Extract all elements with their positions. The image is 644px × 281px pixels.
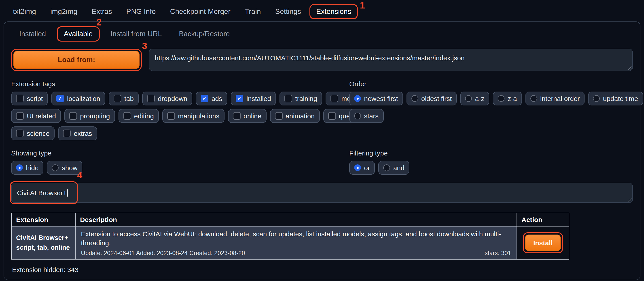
tag-label: online	[244, 112, 262, 120]
order-section: Order newest first oldest first a-z z-a …	[349, 77, 644, 140]
radio-option-z-a[interactable]: z-a	[493, 92, 522, 105]
description-cell: Extension to access CivitAI via WebUI: d…	[75, 226, 517, 259]
load-from-button[interactable]: Load from:	[14, 51, 140, 69]
extension-tag-checkbox-animation[interactable]: animation	[270, 109, 320, 123]
checkbox-icon	[16, 95, 24, 102]
extension-tag-checkbox-installed[interactable]: installed	[231, 92, 276, 105]
radio-label: or	[364, 164, 370, 172]
extension-tags-row-2: UI related prompting editing manipulatio…	[11, 109, 360, 123]
table-header-row: Extension Description Action	[12, 213, 569, 226]
extension-tag-checkbox-dropdown[interactable]: dropdown	[142, 92, 192, 105]
subtab-installed[interactable]: Installed	[13, 26, 52, 41]
extension-tag-checkbox-editing[interactable]: editing	[118, 109, 159, 123]
radio-option-or[interactable]: or	[349, 161, 375, 175]
annotation-number-1: 1	[360, 0, 365, 10]
tag-label: script	[27, 95, 43, 102]
table-header-description: Description	[75, 213, 517, 226]
extension-tag-checkbox-ui-related[interactable]: UI related	[11, 109, 61, 123]
annotation-box-install: Install	[523, 232, 563, 253]
checkbox-icon	[167, 112, 175, 120]
load-from-row: Load from: 3 https://raw.githubuserconte…	[11, 49, 633, 71]
subtab-available[interactable]: Available	[58, 27, 99, 41]
tab-extras[interactable]: Extras	[86, 4, 118, 19]
radio-icon	[530, 95, 537, 102]
filtering-type-label: Filtering type	[349, 149, 644, 157]
tab-img2img[interactable]: img2img	[44, 4, 83, 19]
extension-tag-checkbox-ads[interactable]: ads	[196, 92, 227, 105]
radio-option-oldest-first[interactable]: oldest first	[406, 92, 457, 105]
checkbox-icon	[147, 95, 155, 102]
subtab-backup-restore[interactable]: Backup/Restore	[173, 26, 236, 41]
tab-settings[interactable]: Settings	[269, 4, 307, 19]
tag-label: animation	[286, 112, 314, 120]
extension-tag-checkbox-prompting[interactable]: prompting	[64, 109, 115, 123]
tag-label: extras	[74, 130, 92, 137]
showing-type-section: Showing type hide show	[11, 147, 349, 175]
radio-label: stars	[364, 112, 378, 120]
tag-label: localization	[67, 95, 100, 102]
radio-icon	[354, 164, 361, 171]
checkbox-icon	[328, 112, 336, 120]
extension-tag-checkbox-tab[interactable]: tab	[109, 92, 139, 105]
radio-option-update-time[interactable]: update time	[588, 92, 643, 105]
checkbox-icon	[16, 112, 24, 120]
radio-label: oldest first	[421, 95, 452, 102]
showing-type-group: hide show	[11, 161, 349, 175]
radio-icon	[412, 95, 418, 102]
tag-label: prompting	[80, 112, 110, 120]
checkbox-icon	[124, 112, 131, 120]
checkbox-icon	[201, 95, 208, 102]
tag-label: installed	[246, 95, 271, 102]
resize-handle-icon[interactable]	[627, 65, 632, 70]
radio-option-show[interactable]: show	[47, 161, 82, 175]
checkbox-icon	[284, 95, 292, 102]
radio-option-hide[interactable]: hide	[11, 161, 44, 175]
tab-txt2img[interactable]: txt2img	[7, 4, 42, 19]
radio-icon	[498, 95, 504, 102]
extension-tag-list: script, tab, online	[16, 243, 71, 253]
extension-tag-checkbox-science[interactable]: science	[11, 126, 54, 140]
order-row-2: stars	[349, 109, 384, 123]
extension-tag-checkbox-manipulations[interactable]: manipulations	[162, 109, 224, 123]
annotation-box-3: Load from: 3	[11, 49, 142, 71]
extension-hidden-count: Extension hidden: 343	[12, 266, 632, 273]
radio-option-a-z[interactable]: a-z	[460, 92, 489, 105]
filtering-type-group: or and	[349, 161, 644, 175]
checkbox-icon	[63, 130, 71, 137]
extension-dates: Update: 2024-06-01 Added: 2023-08-24 Cre…	[81, 250, 245, 256]
tab-png-info[interactable]: PNG Info	[120, 4, 162, 19]
extension-search-input[interactable]: 4 CivitAI Browser+	[11, 183, 633, 203]
resize-handle-icon[interactable]	[627, 197, 632, 202]
radio-option-newest-first[interactable]: newest first	[349, 92, 403, 105]
order-label: Order	[349, 80, 644, 88]
radio-option-stars[interactable]: stars	[349, 109, 384, 123]
radio-label: hide	[26, 164, 39, 172]
tag-label: training	[295, 95, 317, 102]
radio-label: z-a	[508, 95, 517, 102]
extensions-index-url-input[interactable]: https://raw.githubusercontent.com/AUTOMA…	[149, 49, 633, 71]
extension-cell: CivitAI Browser+ script, tab, online	[12, 226, 75, 259]
radio-label: show	[62, 164, 78, 172]
extension-tag-checkbox-online[interactable]: online	[228, 109, 266, 123]
subtab-install-from-url[interactable]: Install from URL	[104, 26, 168, 41]
extension-stars: stars: 301	[484, 250, 511, 256]
extensions-subtabs: Installed Available 2 Install from URL B…	[11, 25, 633, 46]
extension-tags-group: script localization tab dropdown ads ins…	[11, 92, 349, 140]
tag-label: dropdown	[158, 95, 188, 102]
radio-icon	[52, 164, 59, 171]
tag-label: editing	[134, 112, 154, 120]
extension-tag-checkbox-script[interactable]: script	[11, 92, 48, 105]
extension-tag-checkbox-training[interactable]: training	[280, 92, 322, 105]
tag-label: ads	[212, 95, 222, 102]
radio-option-and[interactable]: and	[378, 161, 410, 175]
tab-extensions[interactable]: Extensions	[310, 5, 357, 18]
checkbox-icon	[114, 95, 121, 102]
tab-train[interactable]: Train	[239, 4, 267, 19]
checkbox-icon	[69, 112, 77, 120]
radio-option-internal-order[interactable]: internal order	[526, 92, 585, 105]
extension-tag-checkbox-localization[interactable]: localization	[52, 92, 105, 105]
extension-tag-checkbox-extras[interactable]: extras	[58, 126, 97, 140]
install-button[interactable]: Install	[525, 235, 561, 251]
tab-checkpoint-merger[interactable]: Checkpoint Merger	[164, 4, 236, 19]
showing-type-label: Showing type	[11, 149, 349, 157]
